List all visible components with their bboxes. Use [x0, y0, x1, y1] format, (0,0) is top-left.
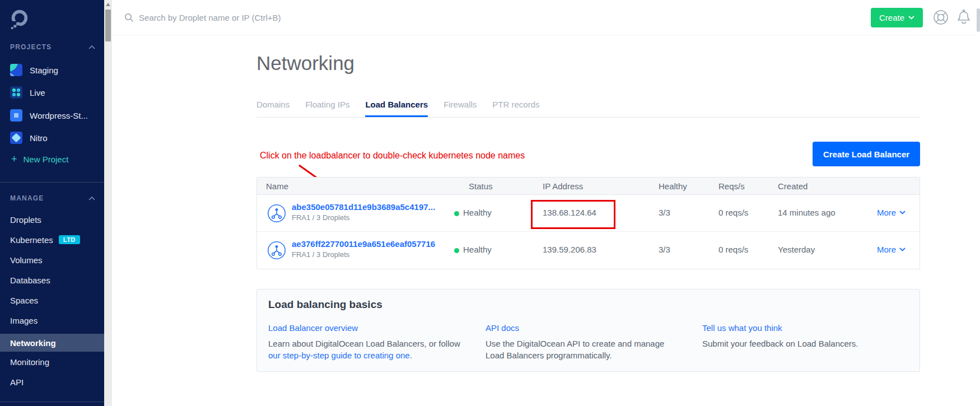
healthy-value: 3/3 [659, 245, 670, 254]
ip-value: 139.59.206.83 [543, 245, 596, 254]
basics-text: Submit your feedback on Load Balancers. [702, 339, 858, 348]
project-label: Staging [30, 66, 58, 75]
sidebar-project-nitro[interactable]: Nitro [10, 131, 48, 144]
column-created: Created [778, 178, 808, 195]
projects-label: PROJECTS [10, 43, 52, 51]
load-balancer-region: FRA1 / 3 Droplets [292, 213, 349, 222]
basics-column-feedback: Tell us what you think Submit your feedb… [702, 322, 904, 349]
status-dot [454, 248, 459, 253]
project-label: Live [30, 88, 45, 97]
sidebar-item-volumes[interactable]: Volumes [10, 253, 43, 267]
basics-column-api: API docs Use the DigitalOcean API to cre… [486, 322, 665, 361]
project-label: Nitro [30, 133, 48, 143]
basics-column-overview: Load Balancer overview Learn about Digit… [268, 322, 461, 361]
chevron-up-icon [88, 45, 95, 49]
tab-ptr-records[interactable]: PTR records [492, 100, 539, 117]
basics-text: Learn about DigitalOcean Load Balancers,… [268, 339, 460, 348]
load-balancer-icon [267, 204, 286, 223]
sidebar-project-staging[interactable]: Staging [10, 63, 58, 77]
sidebar-item-api[interactable]: API [10, 375, 24, 389]
item-label: Images [10, 316, 38, 325]
column-status: Status [469, 178, 493, 195]
sidebar-item-images[interactable]: Images [10, 314, 38, 327]
sidebar-item-kubernetes[interactable]: Kubernetes LTD [10, 233, 80, 246]
project-nitro-icon [10, 132, 22, 144]
sidebar-project-wordpress[interactable]: Wordpress-St... [10, 109, 88, 122]
load-balancer-name-link[interactable]: ae376ff22770011e9a651e6eaf057716 [292, 239, 435, 249]
more-button[interactable]: More [877, 208, 906, 217]
column-reqs: Reqs/s [718, 178, 745, 195]
projects-section-header[interactable]: PROJECTS [10, 43, 95, 51]
manage-section-header[interactable]: MANAGE [10, 194, 95, 202]
sidebar-item-spaces[interactable]: Spaces [10, 293, 38, 307]
search-placeholder: Search by Droplet name or IP (Ctrl+B) [139, 13, 281, 22]
create-button-label: Create [879, 13, 904, 22]
create-button[interactable]: Create [871, 8, 923, 27]
main-content: Networking Domains Floating IPs Load Bal… [112, 35, 980, 406]
basics-title: Load balancing basics [268, 298, 382, 311]
status-dot [454, 211, 459, 216]
sidebar-item-databases[interactable]: Databases [10, 273, 50, 287]
column-healthy: Healthy [659, 178, 687, 195]
table-row[interactable]: abe350e05781d11e9b3689a5c4197... FRA1 / … [257, 195, 920, 232]
load-balancer-overview-link[interactable]: Load Balancer overview [268, 322, 358, 334]
scroll-up-arrow[interactable] [106, 3, 110, 6]
chevron-down-icon [908, 16, 914, 20]
item-label: Kubernetes [10, 235, 53, 245]
item-label: Networking [10, 338, 56, 348]
sidebar-divider [0, 402, 104, 402]
scrollbar-thumb[interactable] [977, 8, 980, 32]
create-load-balancer-button[interactable]: Create Load Balancer [813, 142, 920, 166]
status-value: Healthy [463, 245, 492, 254]
item-label: Monitoring [10, 357, 49, 367]
plus-icon: + [11, 154, 17, 164]
reqs-value: 0 reqs/s [718, 208, 748, 217]
load-balancer-region: FRA1 / 3 Droplets [292, 250, 349, 259]
column-ip: IP Address [543, 178, 583, 195]
tab-load-balancers[interactable]: Load Balancers [365, 100, 428, 117]
project-label: Wordpress-St... [30, 111, 88, 120]
more-button[interactable]: More [877, 245, 906, 254]
project-staging-icon [10, 64, 22, 76]
more-label: More [877, 208, 896, 217]
notifications-bell-icon[interactable] [955, 8, 973, 26]
column-name: Name [266, 178, 288, 195]
ltd-badge: LTD [59, 235, 80, 244]
digitalocean-logo[interactable] [8, 8, 30, 30]
sidebar-scrollbar[interactable] [104, 0, 112, 406]
healthy-value: 3/3 [659, 208, 670, 217]
sidebar-project-live[interactable]: Live [10, 86, 45, 99]
sidebar-item-droplets[interactable]: Droplets [10, 213, 41, 226]
item-label: Volumes [10, 255, 43, 265]
support-icon[interactable] [932, 8, 950, 26]
table-row[interactable]: ae376ff22770011e9a651e6eaf057716 FRA1 / … [257, 232, 920, 269]
feedback-link[interactable]: Tell us what you think [702, 322, 782, 334]
annotation-highlight-box [531, 200, 615, 229]
basics-text: Use the DigitalOcean API to create and m… [486, 339, 664, 360]
api-docs-link[interactable]: API docs [486, 322, 519, 334]
reqs-value: 0 reqs/s [718, 245, 748, 254]
tab-firewalls[interactable]: Firewalls [444, 100, 477, 117]
search-input[interactable]: Search by Droplet name or IP (Ctrl+B) [124, 0, 281, 35]
item-label: Spaces [10, 296, 38, 305]
sidebar-item-networking[interactable]: Networking [0, 334, 104, 352]
load-balancer-name-link[interactable]: abe350e05781d11e9b3689a5c4197... [292, 202, 435, 212]
tab-domains[interactable]: Domains [256, 100, 290, 117]
chevron-down-icon [899, 248, 906, 251]
sidebar: PROJECTS Staging Live Wordpress-St... Ni… [0, 0, 104, 406]
scrollbar-thumb[interactable] [105, 10, 111, 41]
sidebar-item-monitoring[interactable]: Monitoring [10, 355, 49, 368]
created-value: 14 minutes ago [778, 208, 836, 217]
created-value: Yesterday [778, 245, 815, 254]
new-project-button[interactable]: + New Project [11, 152, 68, 166]
item-label: Droplets [10, 215, 41, 225]
status-value: Healthy [463, 208, 492, 217]
chevron-down-icon [899, 211, 906, 214]
tab-floating-ips[interactable]: Floating IPs [305, 100, 349, 117]
item-label: Databases [10, 276, 50, 285]
item-label: API [10, 377, 24, 387]
load-balancing-basics-panel: Load balancing basics Load Balancer over… [256, 289, 920, 372]
more-label: More [877, 245, 896, 254]
table-header: Name Status IP Address Healthy Reqs/s Cr… [257, 178, 920, 195]
step-by-step-guide-link[interactable]: our step-by-step guide to creating one. [268, 351, 412, 360]
